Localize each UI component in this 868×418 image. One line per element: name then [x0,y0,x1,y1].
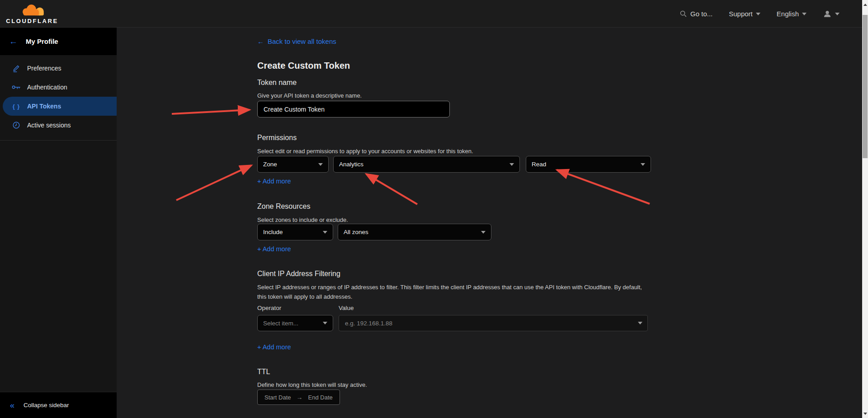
zone-target-select[interactable]: All zones [338,224,491,240]
main-content: ← Back to view all tokens Create Custom … [117,28,862,418]
back-link-label: Back to view all tokens [268,38,336,45]
language-label: English [777,10,799,18]
cloudflare-dashboard: CLOUDFLARE Go to... Support English ← [0,0,868,418]
zone-resources-description: Select zones to include or exclude. [257,215,348,225]
chevron-down-icon [638,322,642,324]
permissions-add-more-link[interactable]: + Add more [257,178,291,185]
collapse-sidebar-button[interactable]: « Collapse sidebar [0,392,117,418]
sidebar-item-api-tokens[interactable]: { } API Tokens [3,97,117,116]
back-to-tokens-link[interactable]: ← Back to view all tokens [257,38,336,45]
sidebar-item-authentication[interactable]: Authentication [0,78,117,97]
sidebar-nav: Preferences Authentication { } API Token… [0,55,117,141]
ttl-description: Define how long this token will stay act… [257,380,367,390]
end-date-placeholder: End Date [308,394,333,401]
account-menu[interactable] [823,9,840,19]
zone-resources-add-more-link[interactable]: + Add more [257,245,291,253]
back-arrow-icon[interactable]: ← [9,37,18,46]
ip-filtering-heading: Client IP Address Filtering [257,270,340,278]
selected-value: All zones [344,229,368,235]
chevron-down-icon [509,163,514,166]
chevron-down-icon [802,13,807,15]
header-actions: Go to... Support English [679,0,840,28]
ip-filtering-description: Select IP addresses or ranges of IP addr… [257,282,651,301]
token-name-input[interactable] [257,101,450,117]
zone-resources-heading: Zone Resources [257,202,310,211]
sidebar-title: My Profile [26,38,58,45]
operator-placeholder: Select item... [263,320,298,327]
selected-value: Read [532,161,546,168]
sidebar-item-label: API Tokens [27,103,61,110]
chevron-down-icon [756,13,760,15]
ttl-heading: TTL [257,368,270,376]
chevron-down-icon [641,163,645,166]
selected-value: Analytics [339,161,363,168]
permissions-heading: Permissions [257,134,297,142]
collapse-icon: « [10,401,14,409]
token-name-description: Give your API token a descriptive name. [257,91,362,100]
sidebar-item-active-sessions[interactable]: Active sessions [0,116,117,135]
logo-wordmark: CLOUDFLARE [6,18,58,24]
search-icon [679,10,687,18]
user-icon [823,9,832,19]
page-title: Create Custom Token [257,61,350,71]
sidebar-header: ← My Profile [0,28,117,55]
clock-icon [12,121,21,129]
chevron-down-icon [323,231,327,234]
selected-value: Zone [263,161,277,168]
page-scrollbar[interactable] [862,0,868,418]
goto-search[interactable]: Go to... [679,10,712,18]
start-date-placeholder: Start Date [264,394,291,401]
ip-operator-select[interactable]: Select item... [257,315,333,331]
top-nav-bar: CLOUDFLARE Go to... Support English [0,0,862,28]
operator-label: Operator [257,305,281,311]
sidebar-item-label: Active sessions [27,122,71,129]
goto-label: Go to... [690,10,712,18]
key-icon [12,84,21,90]
sidebar-item-label: Preferences [27,65,61,72]
sidebar-item-preferences[interactable]: Preferences [0,59,117,78]
pencil-icon [12,64,21,72]
chevron-down-icon [481,231,486,234]
ttl-date-range-picker[interactable]: Start Date → End Date [257,390,340,405]
ip-value-combobox [339,315,648,331]
back-arrow-icon: ← [257,38,264,45]
language-menu[interactable]: English [777,10,807,18]
ip-filtering-add-more-link[interactable]: + Add more [257,343,291,351]
cloudflare-cloud-icon [19,4,45,17]
permission-access-select[interactable]: Read [526,156,651,173]
chevron-down-icon [323,322,327,324]
chevron-down-icon [835,13,840,15]
scroll-up-arrow-icon[interactable] [863,4,867,6]
scrollbar-thumb[interactable] [863,15,868,158]
sidebar-item-label: Authentication [27,84,67,91]
permission-scope-select[interactable]: Zone [257,156,329,173]
support-label: Support [729,10,753,18]
ip-value-input[interactable] [339,315,648,331]
value-label: Value [339,305,354,311]
permission-group-select[interactable]: Analytics [333,156,520,173]
token-name-heading: Token name [257,79,297,87]
permissions-description: Select edit or read permissions to apply… [257,146,473,156]
support-menu[interactable]: Support [729,10,760,18]
sidebar: ← My Profile Preferences Authentication … [0,28,117,418]
arrow-right-icon: → [297,394,303,401]
cloudflare-logo[interactable]: CLOUDFLARE [7,2,57,26]
braces-icon: { } [12,103,21,110]
scroll-down-arrow-icon[interactable] [863,413,867,415]
collapse-label: Collapse sidebar [24,402,69,409]
chevron-down-icon [318,163,323,166]
zone-include-select[interactable]: Include [257,224,333,240]
selected-value: Include [263,229,283,235]
